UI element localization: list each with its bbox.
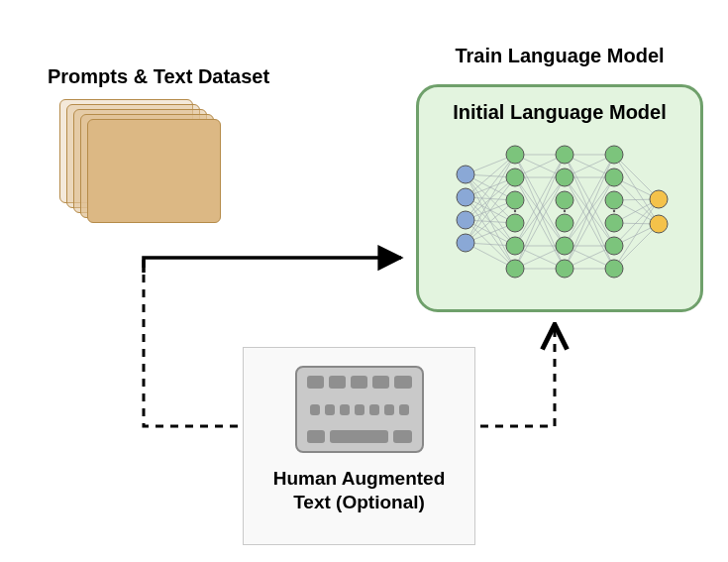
arrow-dataset-to-augment <box>144 260 238 426</box>
svg-point-89 <box>556 191 573 209</box>
svg-point-91 <box>556 237 573 255</box>
svg-point-81 <box>506 146 524 164</box>
svg-point-72 <box>564 210 566 212</box>
svg-point-84 <box>506 214 524 232</box>
svg-line-62 <box>614 155 659 224</box>
svg-point-99 <box>650 190 668 208</box>
svg-point-94 <box>605 169 623 186</box>
svg-point-80 <box>457 234 474 252</box>
language-model-box: Initial Language Model <box>416 84 703 312</box>
arrow-augment-to-model <box>480 327 555 426</box>
augment-caption-line2: Text (Optional) <box>293 492 425 512</box>
svg-point-77 <box>457 166 474 183</box>
svg-point-85 <box>506 237 524 255</box>
svg-point-78 <box>457 188 474 206</box>
train-label: Train Language Model <box>426 44 693 68</box>
svg-point-82 <box>506 169 524 186</box>
svg-point-79 <box>457 211 474 229</box>
svg-point-87 <box>556 146 573 164</box>
svg-point-100 <box>650 215 668 233</box>
svg-point-83 <box>506 191 524 209</box>
svg-point-86 <box>506 260 524 278</box>
arrow-dataset-to-model <box>144 258 401 273</box>
svg-point-90 <box>556 214 573 232</box>
dataset-label: Prompts & Text Dataset <box>48 64 275 89</box>
augment-caption: Human Augmented Text (Optional) <box>273 467 445 514</box>
svg-point-96 <box>605 214 623 232</box>
svg-point-69 <box>514 210 516 212</box>
svg-line-61 <box>614 199 659 269</box>
svg-point-93 <box>605 146 623 164</box>
model-title: Initial Language Model <box>453 101 667 124</box>
svg-point-88 <box>556 169 573 186</box>
augment-caption-line1: Human Augmented <box>273 468 445 489</box>
svg-point-95 <box>605 191 623 209</box>
keyboard-icon <box>295 366 424 453</box>
svg-point-98 <box>605 260 623 278</box>
dataset-card-stack-icon <box>59 99 228 228</box>
svg-point-75 <box>613 210 615 212</box>
svg-point-92 <box>556 260 573 278</box>
svg-point-97 <box>605 237 623 255</box>
human-augment-box: Human Augmented Text (Optional) <box>243 347 475 545</box>
neural-network-icon <box>441 130 678 288</box>
